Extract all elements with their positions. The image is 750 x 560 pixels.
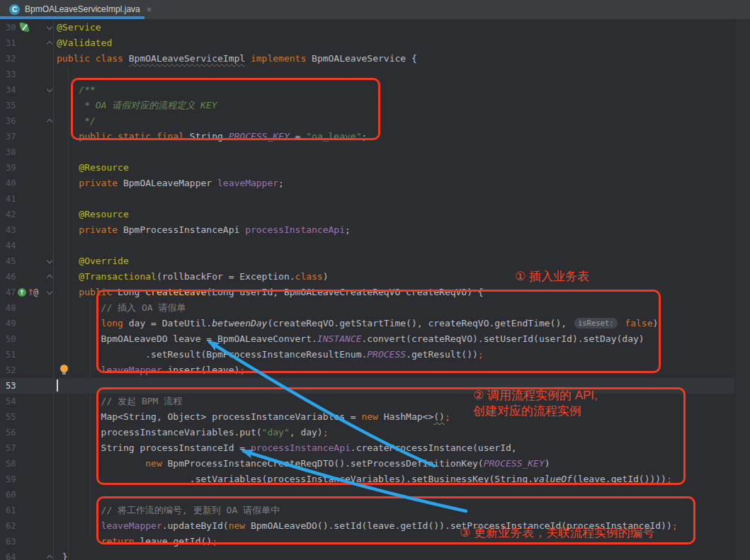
code-line[interactable]: 46 @Transactional(rollbackFor = Exceptio…: [0, 269, 750, 285]
code-line[interactable]: 40 private BpmOALeaveMapper leaveMapper;: [0, 176, 750, 191]
line-number[interactable]: 64: [6, 549, 16, 560]
code-line[interactable]: 39 @Resource: [0, 160, 750, 176]
code-token: [245, 53, 251, 64]
line-number[interactable]: 38: [6, 144, 16, 160]
code-line[interactable]: 45 @Override: [0, 253, 750, 269]
code-token: [57, 520, 101, 531]
fold-up-icon[interactable]: [46, 40, 53, 47]
code-line[interactable]: 41: [0, 191, 750, 207]
code-line[interactable]: 42 @Resource: [0, 207, 750, 222]
overrides-method-icon[interactable]: ↑: [18, 288, 26, 297]
annotation-label-4: ③ 更新业务表，关联流程实例的编号: [460, 525, 654, 541]
code-token: [57, 318, 101, 328]
code-line[interactable]: 31@Validated: [0, 35, 750, 51]
line-number[interactable]: 35: [6, 98, 16, 113]
code-line[interactable]: 64 }: [0, 549, 750, 560]
line-number[interactable]: 59: [6, 472, 16, 487]
line-number[interactable]: 54: [6, 394, 16, 409]
code-line[interactable]: 44: [0, 238, 750, 253]
code-line[interactable]: 38: [0, 144, 750, 160]
line-number[interactable]: 46: [6, 269, 16, 285]
code-token: leaveMapper: [217, 178, 278, 188]
code-token: [57, 536, 101, 547]
fold-down-icon[interactable]: [46, 258, 53, 265]
line-number[interactable]: 34: [6, 82, 16, 98]
spring-bean-icon[interactable]: [20, 23, 29, 32]
annotation-label-1: ① 插入业务表: [515, 269, 589, 285]
code-text: private BpmProcessInstanceApi processIns…: [57, 222, 351, 238]
code-token: @Transactional: [79, 271, 157, 282]
line-number[interactable]: 45: [6, 253, 16, 269]
code-token: public class: [57, 53, 129, 64]
line-number[interactable]: 53: [6, 378, 16, 394]
line-number[interactable]: 63: [6, 534, 16, 549]
code-token: [57, 256, 79, 266]
annotation-label-2: ② 调用流程实例的 API,: [473, 388, 598, 404]
code-token: [57, 224, 79, 235]
code-line[interactable]: 32public class BpmOALeaveServiceImpl imp…: [0, 51, 750, 67]
text-caret: [57, 379, 58, 392]
line-number[interactable]: 30: [6, 20, 16, 35]
line-number[interactable]: 58: [6, 456, 16, 472]
code-line[interactable]: 43 private BpmProcessInstanceApi process…: [0, 222, 750, 238]
ide-window: C BpmOALeaveServiceImpl.java × 30@Servic…: [0, 0, 750, 560]
fold-up-icon[interactable]: [46, 273, 53, 280]
line-number[interactable]: 37: [6, 129, 16, 144]
line-number[interactable]: 42: [6, 207, 16, 222]
code-token: [57, 271, 79, 282]
line-number[interactable]: 40: [6, 176, 16, 191]
line-number[interactable]: 50: [6, 331, 16, 347]
code-token: [57, 178, 79, 188]
line-number[interactable]: 62: [6, 518, 16, 534]
line-number[interactable]: 51: [6, 347, 16, 362]
editor-tab-bar: C BpmOALeaveServiceImpl.java ×: [0, 0, 750, 19]
code-token: }: [57, 552, 68, 560]
line-number[interactable]: 43: [6, 222, 16, 238]
line-number[interactable]: 31: [6, 35, 16, 51]
fold-down-icon[interactable]: [46, 289, 53, 296]
line-number[interactable]: 56: [6, 425, 16, 440]
line-number[interactable]: 39: [6, 160, 16, 176]
fold-up-icon[interactable]: [46, 554, 53, 560]
code-token: [57, 365, 101, 375]
code-token: BpmProcessInstanceApi: [123, 224, 245, 235]
code-token: [57, 287, 79, 297]
line-number[interactable]: 48: [6, 300, 16, 316]
line-number[interactable]: 33: [6, 67, 16, 82]
annotation-label-3: 创建对应的流程实例: [473, 404, 581, 419]
code-text: }: [57, 549, 68, 560]
code-token: BpmOALeaveService {: [306, 53, 417, 64]
line-number[interactable]: 61: [6, 503, 16, 518]
fold-up-icon[interactable]: [46, 118, 53, 125]
fold-down-icon[interactable]: [46, 86, 53, 93]
tab-close-icon[interactable]: ×: [147, 0, 152, 19]
fold-down-icon[interactable]: [46, 24, 53, 31]
code-token: [57, 209, 79, 219]
line-number[interactable]: 57: [6, 440, 16, 456]
line-number[interactable]: 36: [6, 113, 16, 129]
code-text: @Transactional(rollbackFor = Exception.c…: [57, 269, 329, 285]
code-text: @Resource: [57, 207, 129, 222]
line-number[interactable]: 55: [6, 409, 16, 425]
code-token: @Resource: [79, 209, 128, 219]
line-number[interactable]: 49: [6, 316, 16, 331]
code-token: @Validated: [57, 38, 112, 48]
java-class-icon: C: [9, 4, 20, 15]
code-line[interactable]: 30@Service: [0, 20, 750, 35]
line-number[interactable]: 60: [6, 487, 16, 503]
code-token: ;: [278, 178, 284, 188]
code-token: @Override: [79, 256, 128, 266]
code-token: private: [79, 178, 123, 188]
annotation-box-2: [96, 290, 661, 373]
code-text: private BpmOALeaveMapper leaveMapper;: [57, 176, 284, 191]
code-token: ;: [345, 224, 351, 235]
code-token: @Resource: [79, 162, 128, 173]
code-text: @Override: [57, 253, 129, 269]
line-number[interactable]: 52: [6, 362, 16, 378]
code-token: processInstanceApi: [245, 224, 345, 235]
code-text: @Service: [57, 20, 101, 35]
line-number[interactable]: 41: [6, 191, 16, 207]
line-number[interactable]: 47: [6, 285, 16, 300]
line-number[interactable]: 44: [6, 238, 16, 253]
line-number[interactable]: 32: [6, 51, 16, 67]
